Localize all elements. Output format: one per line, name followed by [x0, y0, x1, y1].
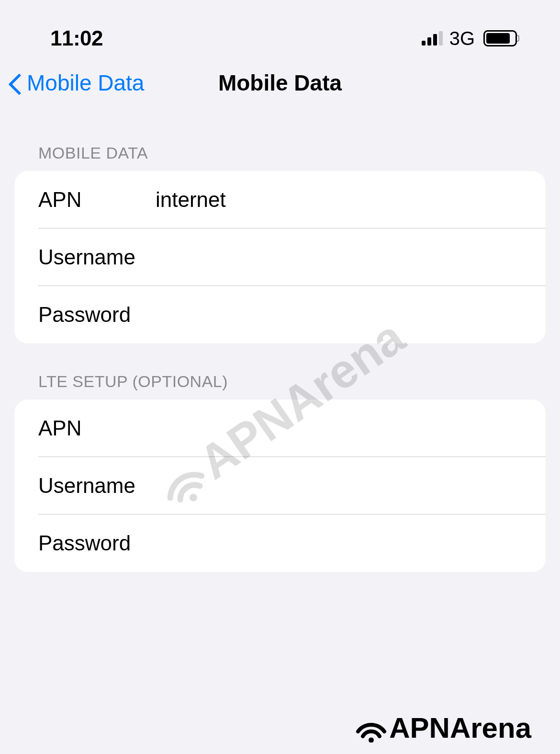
- lte-password-input[interactable]: [156, 531, 522, 555]
- lte-apn-input[interactable]: [156, 416, 522, 440]
- row-lte-apn[interactable]: APN: [14, 400, 546, 457]
- row-label: APN: [38, 416, 156, 440]
- row-lte-username[interactable]: Username: [14, 457, 546, 514]
- username-input[interactable]: [156, 245, 522, 269]
- section-header-lte-setup: LTE Setup (Optional): [0, 372, 560, 400]
- status-bar: 11:02 3G: [0, 0, 560, 57]
- row-label: Username: [38, 245, 156, 269]
- row-label: APN: [38, 188, 156, 212]
- svg-point-1: [369, 737, 374, 743]
- password-input[interactable]: [156, 303, 522, 327]
- row-label: Username: [38, 474, 156, 498]
- wifi-icon: [353, 714, 389, 743]
- chevron-left-icon: [10, 71, 24, 95]
- back-button[interactable]: Mobile Data: [10, 70, 144, 96]
- row-lte-password[interactable]: Password: [14, 514, 546, 572]
- section-header-mobile-data: Mobile Data: [0, 144, 560, 171]
- group-lte-setup: APN Username Password: [14, 400, 546, 572]
- battery-icon: [483, 30, 517, 46]
- nav-bar: Mobile Data Mobile Data: [0, 57, 560, 110]
- apn-input[interactable]: [156, 188, 522, 212]
- network-type-label: 3G: [449, 28, 475, 49]
- nav-title: Mobile Data: [218, 70, 342, 96]
- signal-icon: [422, 31, 443, 46]
- watermark-logo: APNArena: [353, 711, 531, 744]
- back-button-label: Mobile Data: [27, 70, 144, 96]
- row-mobile-data-password[interactable]: Password: [14, 286, 546, 343]
- row-label: Password: [38, 303, 156, 327]
- row-mobile-data-apn[interactable]: APN: [14, 171, 546, 228]
- row-label: Password: [38, 531, 156, 555]
- group-mobile-data: APN Username Password: [14, 171, 546, 343]
- lte-username-input[interactable]: [156, 474, 522, 498]
- status-right: 3G: [422, 28, 517, 49]
- status-time: 11:02: [50, 26, 103, 50]
- row-mobile-data-username[interactable]: Username: [14, 228, 546, 286]
